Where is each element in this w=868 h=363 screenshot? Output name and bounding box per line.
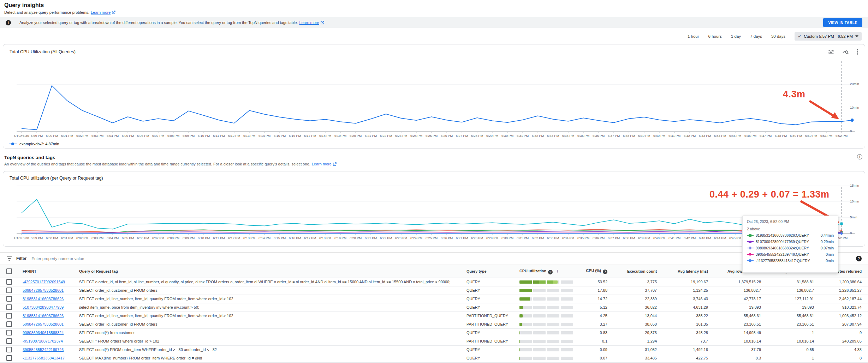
query-text: SELECT MAX(line_number) FROM order_item … [76,354,464,362]
row-checkbox[interactable] [6,304,12,310]
x-tick-label: 6:47 PM [760,134,772,138]
execution-count: 29,873 [614,328,663,337]
topn-learn-more-link[interactable]: Learn more [312,162,337,166]
row-checkbox[interactable] [6,296,12,302]
avg-rows-returned: 1 [767,354,820,362]
view-in-table-button[interactable]: VIEW IN TABLE [823,18,862,27]
timezone-label: UTC+5:30 [14,236,29,240]
explore-query-plot-icon[interactable] [842,49,849,55]
x-tick-label: 6:23 PM [395,134,407,138]
col-execution-count[interactable]: Execution count [614,265,663,278]
chart1-legend: example-db-2: 4.87min [9,142,59,146]
more-vert-menu-icon[interactable] [857,49,858,55]
help-icon[interactable]: ? [603,270,607,274]
cpu-percent: 3.27 [580,320,614,328]
area-chart-toggle-icon[interactable] [828,49,834,55]
tooltip-series-row: 9080869340618588324:QUERY0.07min [747,246,834,250]
fprint-link[interactable]: 8198531416603786626 [23,314,64,318]
x-tick-label: 6:01 PM [61,134,73,138]
row-checkbox[interactable] [6,288,12,293]
chart1-title: Total CPU Utilization (All Queries) [10,49,76,54]
time-range-option[interactable]: 30 days [771,34,785,38]
avg-latency: 3,746.43 [663,295,714,303]
table-row[interactable]: -951908728871702374SELECT * FROM orders … [0,337,868,345]
col-fprint[interactable]: FPRINT [20,265,76,278]
row-checkbox[interactable] [6,313,12,319]
topn-title: TopN queries and tags [4,155,864,160]
table-row[interactable]: 9080869340618588324SELECT count(*) from … [0,328,868,337]
help-icon[interactable]: ? [856,256,862,261]
x-tick-label: 6:18 PM [319,236,331,240]
x-tick-label: 6:33 PM [547,236,559,240]
topn-info-icon[interactable]: i [857,154,862,159]
avg-rows-scanned: 37.79 [714,345,767,354]
cpu-percent: 0.09 [580,345,614,354]
avg-latency: 73.7 [663,337,714,345]
col-query[interactable]: Query or Request tag [76,265,464,278]
time-range-option[interactable]: 7 days [750,34,762,38]
table-row[interactable]: 5098472657533528601SELECT order_id, cust… [0,286,868,295]
check-icon: ✓ [798,34,801,39]
x-tick-label: 5:59 PM [31,134,43,138]
avg-latency: 4,631.29 [663,303,714,311]
table-row[interactable]: 3905545552422189746SELECT count(*) FROM … [0,345,868,354]
row-checkbox[interactable] [6,355,12,361]
fprint-link[interactable]: -1132776582358413417 [23,356,65,360]
custom-time-range-chip[interactable]: ✓ Custom 5:57 PM - 6:52 PM [795,32,862,41]
fprint-link[interactable]: 5098472657533528601 [23,322,64,326]
row-checkbox[interactable] [6,347,12,352]
fprint-link[interactable]: 3905545552422189746 [23,347,64,352]
x-tick-label: 6:52 PM [836,134,848,138]
cpu-utilization-bar [519,289,573,292]
total-cpu-chart[interactable] [7,59,856,135]
sort-descending-icon[interactable]: ↓ [556,268,559,273]
x-tick-label: 6:35 PM [577,236,589,240]
x-tick-label: 6:20 PM [350,236,362,240]
fprint-link[interactable]: 9080869340618588324 [23,331,64,335]
table-row[interactable]: 8198531416603786626SELECT order_id, line… [0,295,868,303]
avg-rows-scanned: 8.3 [714,354,767,362]
help-icon[interactable]: ? [548,270,553,274]
fprint-link[interactable]: 5107300428900477939 [23,305,64,309]
x-tick-label: 6:25 PM [426,236,438,240]
x-tick-label: 6:07 PM [152,134,164,138]
avg-rows-scanned: 19,893 [714,303,767,311]
x-tick-label: 6:08 PM [167,236,179,240]
table-row[interactable]: -1132776582358413417SELECT MAX(line_numb… [0,354,868,362]
fprint-link[interactable]: -951908728871702374 [23,339,63,343]
avg-rows-scanned: 55,468.31 [714,311,767,320]
table-row[interactable]: 5107300428900477939select item_name, pri… [0,303,868,311]
fprint-link[interactable]: -4292570127992091549 [23,280,65,284]
query-type: QUERY [464,354,517,362]
filter-input[interactable] [31,256,852,261]
time-range-option[interactable]: 6 hours [708,34,722,38]
fprint-link[interactable]: 8198531416603786626 [23,297,64,301]
execution-count: 3,775 [614,278,663,286]
row-checkbox[interactable] [6,338,12,344]
banner-learn-more-link[interactable]: Learn more [299,20,324,25]
fprint-link[interactable]: 5098472657533528601 [23,288,64,292]
avg-latency: 422.75 [663,354,714,362]
subtitle-learn-more-link[interactable]: Learn more [91,10,115,14]
y-axis-label: 0 [850,231,852,235]
row-checkbox[interactable] [6,279,12,285]
x-tick-label: 6:05 PM [122,134,134,138]
timezone-label: UTC+5:30 [14,134,29,138]
chevron-down-icon [855,35,858,37]
x-tick-label: 6:07 PM [152,236,164,240]
col-query-type[interactable]: Query type [464,265,517,278]
table-row[interactable]: 5098472657533528601SELECT order_id, cust… [0,320,868,328]
col-avg-latency[interactable]: Avg latency (ms) [663,265,714,278]
table-row[interactable]: 8198531416603786626SELECT order_id, line… [0,311,868,320]
table-row[interactable]: -4292570127992091549SELECT o.order_id, o… [0,278,868,286]
col-cpu-utilization[interactable]: CPU utilization?↓ [517,265,580,278]
select-all-checkbox[interactable] [6,268,12,274]
x-tick-label: 6:40 PM [653,134,665,138]
row-checkbox[interactable] [6,330,12,335]
x-tick-label: 5:59 PM [31,236,43,240]
time-range-option[interactable]: 1 day [731,34,741,38]
row-checkbox[interactable] [6,321,12,327]
time-range-option[interactable]: 1 hour [688,34,699,38]
col-cpu-percent[interactable]: CPU (%)? [580,265,614,278]
bytes-returned: 1,200,386.64 [820,278,868,286]
